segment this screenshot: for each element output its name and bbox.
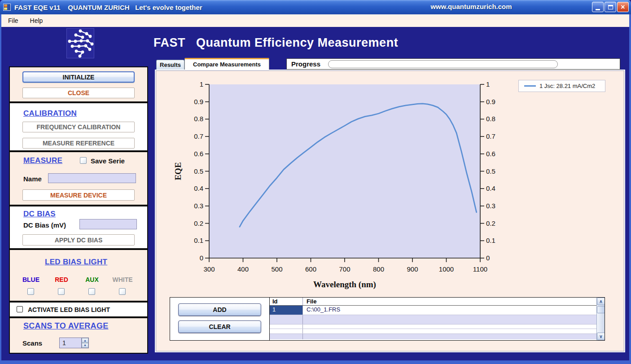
svg-text:0.8: 0.8	[486, 115, 495, 123]
window-title-url: www.quantumzurich.com	[404, 3, 539, 10]
led-white-label: WHITE	[109, 276, 136, 283]
svg-text:0.7: 0.7	[194, 132, 203, 140]
measure-heading: MEASURE	[23, 156, 62, 165]
svg-text:0.4: 0.4	[486, 184, 495, 192]
save-serie-label: Save Serie	[91, 157, 125, 165]
row-id-cell[interactable]: 1	[270, 306, 303, 315]
minimize-button[interactable]	[592, 2, 604, 12]
scroll-up-icon[interactable]: ∧	[597, 298, 605, 305]
scans-down-icon[interactable]: ▼	[82, 343, 88, 348]
svg-text:900: 900	[407, 265, 418, 273]
led-white-checkbox[interactable]	[119, 288, 126, 295]
section-main-controls: INITIALIZE CLOSE	[9, 66, 148, 102]
led-blue-checkbox[interactable]	[27, 288, 34, 295]
close-button[interactable]: ×	[617, 2, 629, 12]
svg-text:0.9: 0.9	[194, 98, 203, 105]
tab-compare-measurements[interactable]: Compare Measurements	[184, 58, 269, 70]
svg-text:0.7: 0.7	[486, 132, 495, 140]
eqe-chart: 000.10.10.20.20.30.30.40.40.50.50.60.60.…	[156, 70, 624, 295]
table-row-empty[interactable]	[270, 315, 605, 325]
menu-help[interactable]: Help	[30, 17, 43, 24]
svg-text:0.2: 0.2	[194, 219, 203, 227]
section-activate-led: ACTIVATE LED BIAS LIGHT	[9, 302, 148, 317]
svg-text:0: 0	[486, 254, 490, 262]
svg-text:400: 400	[237, 265, 249, 273]
window-frame-bottom	[0, 360, 631, 364]
window-frame-left	[0, 14, 1, 364]
section-measure: MEASURE Save Serie Name MEASURE DEVICE	[9, 151, 148, 206]
svg-text:500: 500	[271, 265, 282, 273]
svg-text:0.3: 0.3	[486, 202, 495, 210]
scans-up-icon[interactable]: ▲	[82, 338, 88, 343]
svg-text:1100: 1100	[473, 265, 487, 273]
legend-label: 1 Jsc: 28.21 mA/Cm2	[539, 83, 595, 89]
dc-bias-input[interactable]	[79, 219, 137, 229]
frequency-calibration-button[interactable]: FREQUENCY CALIBRATION	[22, 122, 135, 132]
svg-text:0.4: 0.4	[194, 184, 203, 192]
name-input[interactable]	[48, 173, 136, 183]
progress-strip: Progress	[286, 58, 620, 70]
table-row[interactable]: 1 C:\00_1.FRS	[270, 306, 605, 315]
svg-text:600: 600	[305, 265, 316, 273]
section-calibration: CALIBRATION FREQUENCY CALIBRATION MEASUR…	[9, 102, 148, 151]
table-row-empty[interactable]	[270, 334, 605, 339]
svg-text:0.2: 0.2	[486, 219, 495, 227]
measure-reference-button[interactable]: MEASURE REFERENCE	[22, 138, 135, 149]
activate-led-label: ACTIVATE LED BIAS LIGHT	[28, 306, 110, 313]
window-title: FAST EQE v11 QUANTUM ZURICH Let's evolve…	[14, 4, 202, 11]
scans-value: 1	[60, 338, 81, 348]
led-aux-label: AUX	[78, 276, 106, 283]
maximize-button[interactable]	[605, 2, 616, 12]
minimize-icon	[596, 9, 600, 10]
maximize-icon	[608, 5, 613, 9]
file-buttons-box: ADD CLEAR	[170, 298, 270, 340]
svg-text:0.6: 0.6	[194, 150, 203, 158]
progress-label: Progress	[291, 60, 320, 68]
add-button[interactable]: ADD	[178, 303, 261, 316]
section-scans: SCANS TO AVERAGE Scans 1 ▲ ▼	[9, 317, 148, 354]
table-row-empty[interactable]	[270, 325, 605, 329]
table-header: Id File	[270, 298, 605, 306]
led-blue-label: BLUE	[17, 276, 45, 283]
tab-results[interactable]: Results	[156, 60, 184, 70]
column-header-file: File	[303, 298, 605, 305]
compare-files-box: ADD CLEAR Id File 1 C:\00_1.FRS	[170, 297, 605, 341]
row-file-cell[interactable]: C:\00_1.FRS	[303, 306, 605, 315]
clear-button[interactable]: CLEAR	[178, 320, 261, 333]
app-icon	[3, 4, 11, 11]
led-red-checkbox[interactable]	[58, 288, 65, 295]
save-serie-checkbox[interactable]	[80, 157, 87, 164]
files-table: Id File 1 C:\00_1.FRS	[270, 298, 605, 340]
close-app-button[interactable]: CLOSE	[22, 88, 135, 98]
legend-line-swatch	[524, 85, 536, 87]
apply-dc-bias-button[interactable]: APPLY DC BIAS	[22, 234, 135, 246]
svg-text:700: 700	[339, 265, 350, 273]
section-led-bias: LED BIAS LIGHT BLUE RED AUX WHITE	[9, 249, 148, 302]
initialize-button[interactable]: INITIALIZE	[22, 71, 135, 83]
table-scrollbar[interactable]: ∧ ∨	[596, 298, 605, 340]
progress-bar	[328, 60, 558, 68]
title-bar[interactable]: FAST EQE v11 QUANTUM ZURICH Let's evolve…	[0, 0, 631, 14]
svg-text:0.3: 0.3	[194, 202, 203, 210]
measure-device-button[interactable]: MEASURE DEVICE	[22, 189, 135, 201]
led-bias-heading: LED BIAS LIGHT	[45, 258, 107, 267]
led-aux-checkbox[interactable]	[88, 288, 95, 295]
compare-measurements-panel: 000.10.10.20.20.30.30.40.40.50.50.60.60.…	[155, 70, 625, 352]
page-title: FAST Quantum Efficiency Measurement	[153, 36, 398, 50]
svg-text:800: 800	[373, 265, 384, 273]
section-dc-bias: DC BIAS DC Bias (mV) APPLY DC BIAS	[9, 206, 148, 249]
name-label: Name	[23, 175, 42, 183]
scans-stepper[interactable]: 1 ▲ ▼	[59, 338, 89, 348]
scroll-down-icon[interactable]: ∨	[597, 333, 605, 340]
scrollbar-thumb[interactable]	[597, 306, 605, 313]
column-header-id: Id	[270, 298, 303, 305]
svg-text:300: 300	[203, 265, 215, 273]
calibration-heading: CALIBRATION	[23, 109, 77, 118]
scans-heading: SCANS TO AVERAGE	[23, 321, 109, 331]
sidebar: INITIALIZE CLOSE CALIBRATION FREQUENCY C…	[9, 66, 148, 354]
activate-led-checkbox[interactable]	[17, 306, 23, 312]
svg-text:0.1: 0.1	[194, 237, 203, 244]
menu-file[interactable]: File	[8, 17, 18, 24]
dc-bias-heading: DC BIAS	[23, 210, 56, 219]
table-row-empty[interactable]	[270, 329, 605, 334]
